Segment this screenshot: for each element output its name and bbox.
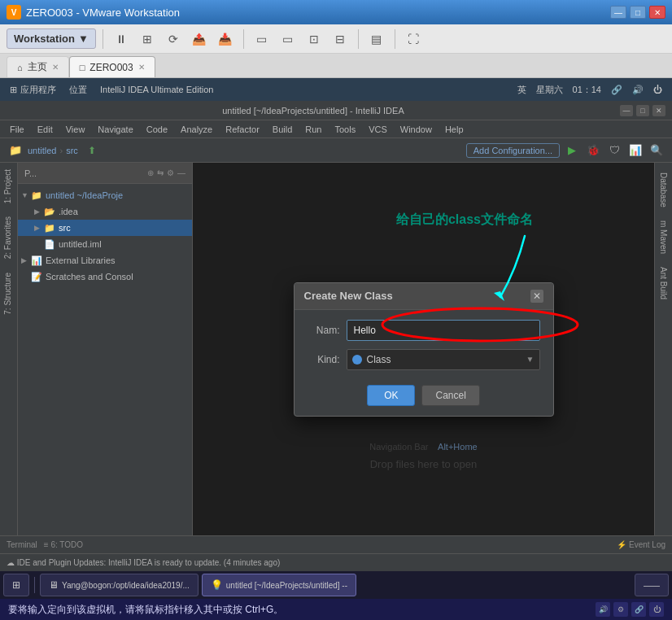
tab-home-close[interactable]: ✕ bbox=[52, 63, 59, 72]
tree-label-scratches: Scratches and Consol bbox=[46, 272, 133, 282]
toolbar-btn-5[interactable]: 📥 bbox=[214, 28, 237, 50]
tab-zero003[interactable]: □ ZERO003 ✕ bbox=[69, 56, 155, 77]
toolbar-separator-3 bbox=[358, 29, 359, 49]
vmware-title-text: ZERO003 - VMware Workstation bbox=[26, 7, 610, 19]
menu-view[interactable]: View bbox=[59, 123, 92, 136]
panel-autoscroll-icon[interactable]: ⇆ bbox=[157, 168, 164, 177]
title-bar-controls: — □ ✕ bbox=[610, 6, 665, 19]
workstation-menu-button[interactable]: Workstation ▼ bbox=[7, 28, 96, 49]
sidebar-maven-label[interactable]: m Maven bbox=[656, 214, 671, 260]
sidebar-ant-label[interactable]: Ant Build bbox=[656, 260, 671, 306]
tree-item-scratches[interactable]: ▶ 📝 Scratches and Consol bbox=[18, 269, 192, 285]
workstation-dropdown-arrow: ▼ bbox=[78, 33, 89, 45]
panel-settings-icon[interactable]: ⚙ bbox=[167, 168, 174, 177]
todo-status[interactable]: ≡ 6: TODO bbox=[44, 540, 83, 549]
fullscreen-button[interactable]: ⛶ bbox=[402, 28, 425, 50]
menu-navigate[interactable]: Navigate bbox=[91, 123, 139, 136]
taskbar-idea-btn[interactable]: 💡 untitled [~/IdeaProjects/untitled] -- bbox=[202, 574, 356, 596]
debug-icon[interactable]: 🐞 bbox=[584, 142, 602, 159]
idea-maximize-button[interactable]: □ bbox=[636, 105, 649, 116]
menu-analyze[interactable]: Analyze bbox=[174, 123, 219, 136]
mini-icon-1[interactable]: 🔊 bbox=[596, 602, 610, 617]
iml-file-icon: 📄 bbox=[44, 239, 55, 250]
profile-icon[interactable]: 📊 bbox=[626, 142, 644, 159]
breadcrumb-src[interactable]: src bbox=[66, 146, 78, 155]
idea-menu-bar: File Edit View Navigate Code Analyze Ref… bbox=[0, 120, 672, 138]
tab-home-label: 主页 bbox=[28, 60, 47, 74]
sidebar-structure-label[interactable]: 7: Structure bbox=[0, 266, 17, 321]
idea-window-controls: — □ ✕ bbox=[620, 105, 665, 116]
search-everywhere-icon[interactable]: 🔍 bbox=[648, 142, 665, 159]
event-log-label: ⚡ Event Log bbox=[617, 540, 665, 549]
home-icon: ⌂ bbox=[17, 63, 23, 72]
idea-toolbar-right: Add Configuration... ▶ 🐞 🛡 📊 🔍 bbox=[466, 142, 665, 159]
panel-scope-icon[interactable]: ⊕ bbox=[147, 168, 154, 177]
coverage-icon[interactable]: 🛡 bbox=[605, 142, 623, 159]
toolbar-btn-8[interactable]: ⊡ bbox=[303, 28, 325, 50]
app-name-text: IntelliJ IDEA Ultimate Edition bbox=[100, 85, 213, 94]
taskbar-show-desktop[interactable]: ⊞ bbox=[3, 574, 29, 596]
sidebar-project-label[interactable]: 1: Project bbox=[0, 163, 17, 210]
toolbar-btn-3[interactable]: ⟳ bbox=[162, 28, 185, 50]
toolbar-btn-9[interactable]: ⊟ bbox=[329, 28, 351, 50]
menu-code[interactable]: Code bbox=[140, 123, 174, 136]
panel-close-icon[interactable]: — bbox=[177, 168, 185, 177]
toolbar-btn-7[interactable]: ▭ bbox=[277, 28, 299, 50]
taskbar-extra-btn[interactable]: —— bbox=[635, 574, 669, 596]
run-icon[interactable]: ▶ bbox=[563, 142, 581, 159]
pause-button[interactable]: ⏸ bbox=[110, 28, 133, 50]
close-button[interactable]: ✕ bbox=[649, 6, 665, 19]
maximize-button[interactable]: □ bbox=[630, 6, 646, 19]
minimize-button[interactable]: — bbox=[610, 6, 626, 19]
add-configuration-button[interactable]: Add Configuration... bbox=[466, 143, 560, 158]
tree-item-iml[interactable]: ▶ 📄 untitled.iml bbox=[18, 236, 192, 252]
toolbar-btn-10[interactable]: ▤ bbox=[365, 28, 388, 50]
time-indicator: 01：14 bbox=[573, 84, 601, 96]
menu-build[interactable]: Build bbox=[266, 123, 299, 136]
event-log-status[interactable]: ⚡ Event Log bbox=[617, 540, 665, 549]
tree-item-ext-libs[interactable]: ▶ 📊 External Libraries bbox=[18, 252, 192, 269]
tab-home[interactable]: ⌂ 主页 ✕ bbox=[7, 56, 69, 77]
cancel-button[interactable]: Cancel bbox=[421, 385, 479, 406]
tree-item-untitled[interactable]: ▼ 📁 untitled ~/IdeaProje bbox=[18, 187, 192, 203]
sidebar-favorites-label[interactable]: 2: Favorites bbox=[0, 210, 17, 265]
power-icon[interactable]: ⏻ bbox=[653, 85, 662, 94]
idea-minimize-button[interactable]: — bbox=[620, 105, 633, 116]
toolbar-btn-2[interactable]: ⊞ bbox=[136, 28, 159, 50]
menu-file[interactable]: File bbox=[3, 123, 31, 136]
create-new-class-dialog: Create New Class ✕ Nam: Kind: bbox=[294, 282, 554, 417]
toolbar-btn-4[interactable]: 📤 bbox=[188, 28, 211, 50]
day-indicator: 星期六 bbox=[536, 84, 563, 96]
mini-icons-group: 🔊 ⚙ 🔗 ⏻ bbox=[596, 602, 664, 617]
dialog-close-button[interactable]: ✕ bbox=[530, 290, 543, 303]
ok-button[interactable]: OK bbox=[367, 385, 415, 406]
idea-close-button[interactable]: ✕ bbox=[652, 105, 665, 116]
tree-item-src[interactable]: ▶ 📁 src bbox=[18, 220, 192, 236]
menu-edit[interactable]: Edit bbox=[31, 123, 59, 136]
toolbar-btn-6[interactable]: ▭ bbox=[251, 28, 273, 50]
panel-header: P... ⊕ ⇆ ⚙ — bbox=[18, 163, 192, 184]
breadcrumb-untitled[interactable]: untitled bbox=[28, 146, 56, 155]
taskbar-terminal-label: Yang@bogon:/opt/idea/idea2019/... bbox=[62, 581, 190, 590]
mini-icon-3[interactable]: 🔗 bbox=[631, 602, 646, 617]
volume-icon: 🔊 bbox=[632, 85, 644, 95]
kind-select[interactable]: Class ▼ bbox=[347, 349, 540, 370]
tab-zero003-label: ZERO003 bbox=[89, 62, 133, 73]
menu-help[interactable]: Help bbox=[439, 123, 470, 136]
mini-icon-4[interactable]: ⏻ bbox=[649, 602, 664, 617]
menu-window[interactable]: Window bbox=[394, 123, 439, 136]
sidebar-database-label[interactable]: Database bbox=[656, 166, 671, 214]
terminal-status[interactable]: Terminal bbox=[7, 540, 37, 549]
tree-item-idea[interactable]: ▶ 📂 .idea bbox=[18, 203, 192, 220]
location-menu[interactable]: 位置 bbox=[69, 84, 87, 96]
menu-vcs[interactable]: VCS bbox=[362, 123, 394, 136]
apps-menu[interactable]: ⊞ 应用程序 bbox=[10, 84, 56, 96]
menu-run[interactable]: Run bbox=[299, 123, 328, 136]
menu-tools[interactable]: Tools bbox=[328, 123, 362, 136]
menu-refactor[interactable]: Refactor bbox=[219, 123, 266, 136]
tree-label-ext-libs: External Libraries bbox=[46, 255, 116, 265]
mini-icon-2[interactable]: ⚙ bbox=[613, 602, 628, 617]
taskbar-terminal-btn[interactable]: 🖥 Yang@bogon:/opt/idea/idea2019/... bbox=[40, 574, 199, 596]
class-name-input[interactable] bbox=[347, 320, 540, 341]
tab-zero003-close[interactable]: ✕ bbox=[138, 63, 145, 72]
